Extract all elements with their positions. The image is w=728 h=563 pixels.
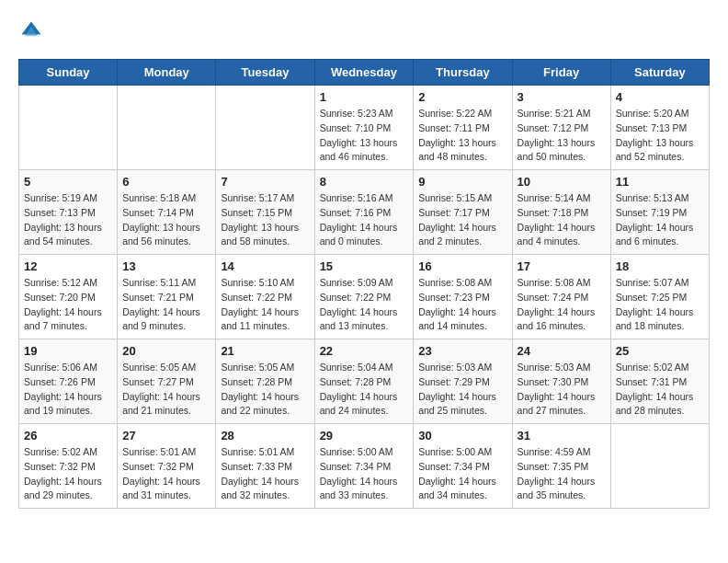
day-info: Sunrise: 5:19 AMSunset: 7:13 PMDaylight:…	[24, 191, 112, 249]
day-info: Sunrise: 5:23 AMSunset: 7:10 PMDaylight:…	[320, 107, 409, 165]
day-number: 17	[518, 259, 606, 273]
day-info: Sunrise: 5:14 AMSunset: 7:18 PMDaylight:…	[518, 191, 606, 249]
day-number: 23	[418, 344, 506, 358]
calendar-cell: 26Sunrise: 5:02 AMSunset: 7:32 PMDayligh…	[19, 424, 118, 509]
calendar-cell: 1Sunrise: 5:23 AMSunset: 7:10 PMDaylight…	[314, 86, 414, 170]
day-info: Sunrise: 5:06 AMSunset: 7:26 PMDaylight:…	[24, 361, 112, 419]
day-info: Sunrise: 4:59 AMSunset: 7:35 PMDaylight:…	[518, 445, 606, 503]
day-number: 28	[221, 429, 309, 442]
day-number: 16	[418, 259, 506, 273]
calendar-cell: 27Sunrise: 5:01 AMSunset: 7:32 PMDayligh…	[118, 424, 216, 509]
calendar-cell: 21Sunrise: 5:05 AMSunset: 7:28 PMDayligh…	[216, 339, 314, 424]
calendar-cell: 18Sunrise: 5:07 AMSunset: 7:25 PMDayligh…	[610, 255, 709, 339]
week-row-3: 12Sunrise: 5:12 AMSunset: 7:20 PMDayligh…	[19, 255, 710, 339]
calendar-cell: 5Sunrise: 5:19 AMSunset: 7:13 PMDaylight…	[19, 170, 118, 255]
week-row-4: 19Sunrise: 5:06 AMSunset: 7:26 PMDayligh…	[19, 339, 710, 424]
day-number: 29	[320, 429, 409, 442]
page-header	[18, 18, 710, 44]
calendar-table: SundayMondayTuesdayWednesdayThursdayFrid…	[18, 59, 710, 509]
day-info: Sunrise: 5:11 AMSunset: 7:21 PMDaylight:…	[122, 276, 210, 334]
day-info: Sunrise: 5:03 AMSunset: 7:30 PMDaylight:…	[518, 361, 606, 419]
day-number: 20	[122, 344, 210, 358]
day-header-wednesday: Wednesday	[314, 60, 414, 86]
day-number: 2	[418, 90, 506, 104]
week-row-2: 5Sunrise: 5:19 AMSunset: 7:13 PMDaylight…	[19, 170, 710, 255]
day-info: Sunrise: 5:13 AMSunset: 7:19 PMDaylight:…	[616, 191, 704, 249]
calendar-cell: 17Sunrise: 5:08 AMSunset: 7:24 PMDayligh…	[512, 255, 610, 339]
day-info: Sunrise: 5:21 AMSunset: 7:12 PMDaylight:…	[518, 107, 606, 165]
calendar-cell: 3Sunrise: 5:21 AMSunset: 7:12 PMDaylight…	[512, 86, 610, 170]
day-info: Sunrise: 5:05 AMSunset: 7:27 PMDaylight:…	[122, 361, 210, 419]
day-header-tuesday: Tuesday	[216, 60, 314, 86]
logo-icon	[18, 18, 44, 44]
day-number: 19	[24, 344, 112, 358]
day-info: Sunrise: 5:04 AMSunset: 7:28 PMDaylight:…	[320, 361, 409, 419]
day-info: Sunrise: 5:08 AMSunset: 7:24 PMDaylight:…	[518, 276, 606, 334]
day-number: 5	[24, 175, 112, 189]
day-info: Sunrise: 5:18 AMSunset: 7:14 PMDaylight:…	[122, 191, 210, 249]
calendar-cell: 4Sunrise: 5:20 AMSunset: 7:13 PMDaylight…	[610, 86, 709, 170]
day-number: 1	[320, 90, 409, 104]
calendar-cell: 16Sunrise: 5:08 AMSunset: 7:23 PMDayligh…	[414, 255, 512, 339]
day-info: Sunrise: 5:02 AMSunset: 7:32 PMDaylight:…	[24, 445, 112, 503]
day-info: Sunrise: 5:15 AMSunset: 7:17 PMDaylight:…	[418, 191, 506, 249]
logo	[18, 18, 48, 44]
calendar-cell: 24Sunrise: 5:03 AMSunset: 7:30 PMDayligh…	[512, 339, 610, 424]
calendar-cell: 7Sunrise: 5:17 AMSunset: 7:15 PMDaylight…	[216, 170, 314, 255]
day-number: 14	[221, 259, 309, 273]
day-info: Sunrise: 5:01 AMSunset: 7:32 PMDaylight:…	[122, 445, 210, 503]
day-info: Sunrise: 5:05 AMSunset: 7:28 PMDaylight:…	[221, 361, 309, 419]
calendar-cell	[19, 86, 118, 170]
header-row: SundayMondayTuesdayWednesdayThursdayFrid…	[19, 60, 710, 86]
calendar-cell: 31Sunrise: 4:59 AMSunset: 7:35 PMDayligh…	[512, 424, 610, 509]
calendar-cell: 29Sunrise: 5:00 AMSunset: 7:34 PMDayligh…	[314, 424, 414, 509]
calendar-cell: 11Sunrise: 5:13 AMSunset: 7:19 PMDayligh…	[610, 170, 709, 255]
day-info: Sunrise: 5:20 AMSunset: 7:13 PMDaylight:…	[616, 107, 704, 165]
day-number: 12	[24, 259, 112, 273]
calendar-cell: 12Sunrise: 5:12 AMSunset: 7:20 PMDayligh…	[19, 255, 118, 339]
day-info: Sunrise: 5:16 AMSunset: 7:16 PMDaylight:…	[320, 191, 409, 249]
day-info: Sunrise: 5:12 AMSunset: 7:20 PMDaylight:…	[24, 276, 112, 334]
day-number: 18	[616, 259, 704, 273]
day-number: 25	[616, 344, 704, 358]
week-row-5: 26Sunrise: 5:02 AMSunset: 7:32 PMDayligh…	[19, 424, 710, 509]
day-number: 7	[221, 175, 309, 189]
calendar-cell: 6Sunrise: 5:18 AMSunset: 7:14 PMDaylight…	[118, 170, 216, 255]
calendar-cell: 2Sunrise: 5:22 AMSunset: 7:11 PMDaylight…	[414, 86, 512, 170]
day-info: Sunrise: 5:10 AMSunset: 7:22 PMDaylight:…	[221, 276, 309, 334]
day-info: Sunrise: 5:08 AMSunset: 7:23 PMDaylight:…	[418, 276, 506, 334]
calendar-cell: 30Sunrise: 5:00 AMSunset: 7:34 PMDayligh…	[414, 424, 512, 509]
day-number: 26	[24, 429, 112, 442]
day-number: 4	[616, 90, 704, 104]
day-header-thursday: Thursday	[414, 60, 512, 86]
calendar-cell	[610, 424, 709, 509]
calendar-cell: 8Sunrise: 5:16 AMSunset: 7:16 PMDaylight…	[314, 170, 414, 255]
day-number: 13	[122, 259, 210, 273]
day-header-saturday: Saturday	[610, 60, 709, 86]
calendar-cell: 14Sunrise: 5:10 AMSunset: 7:22 PMDayligh…	[216, 255, 314, 339]
day-info: Sunrise: 5:00 AMSunset: 7:34 PMDaylight:…	[418, 445, 506, 503]
day-info: Sunrise: 5:01 AMSunset: 7:33 PMDaylight:…	[221, 445, 309, 503]
day-header-sunday: Sunday	[19, 60, 118, 86]
day-info: Sunrise: 5:17 AMSunset: 7:15 PMDaylight:…	[221, 191, 309, 249]
day-header-monday: Monday	[118, 60, 216, 86]
day-number: 27	[122, 429, 210, 442]
day-number: 8	[320, 175, 409, 189]
calendar-cell: 25Sunrise: 5:02 AMSunset: 7:31 PMDayligh…	[610, 339, 709, 424]
day-number: 22	[320, 344, 409, 358]
day-number: 24	[518, 344, 606, 358]
day-number: 6	[122, 175, 210, 189]
day-number: 30	[418, 429, 506, 442]
day-number: 31	[518, 429, 606, 442]
day-info: Sunrise: 5:00 AMSunset: 7:34 PMDaylight:…	[320, 445, 409, 503]
calendar-cell	[216, 86, 314, 170]
calendar-cell: 10Sunrise: 5:14 AMSunset: 7:18 PMDayligh…	[512, 170, 610, 255]
calendar-cell: 22Sunrise: 5:04 AMSunset: 7:28 PMDayligh…	[314, 339, 414, 424]
day-info: Sunrise: 5:07 AMSunset: 7:25 PMDaylight:…	[616, 276, 704, 334]
calendar-cell	[118, 86, 216, 170]
calendar-cell: 23Sunrise: 5:03 AMSunset: 7:29 PMDayligh…	[414, 339, 512, 424]
day-number: 21	[221, 344, 309, 358]
calendar-cell: 15Sunrise: 5:09 AMSunset: 7:22 PMDayligh…	[314, 255, 414, 339]
day-info: Sunrise: 5:22 AMSunset: 7:11 PMDaylight:…	[418, 107, 506, 165]
day-header-friday: Friday	[512, 60, 610, 86]
